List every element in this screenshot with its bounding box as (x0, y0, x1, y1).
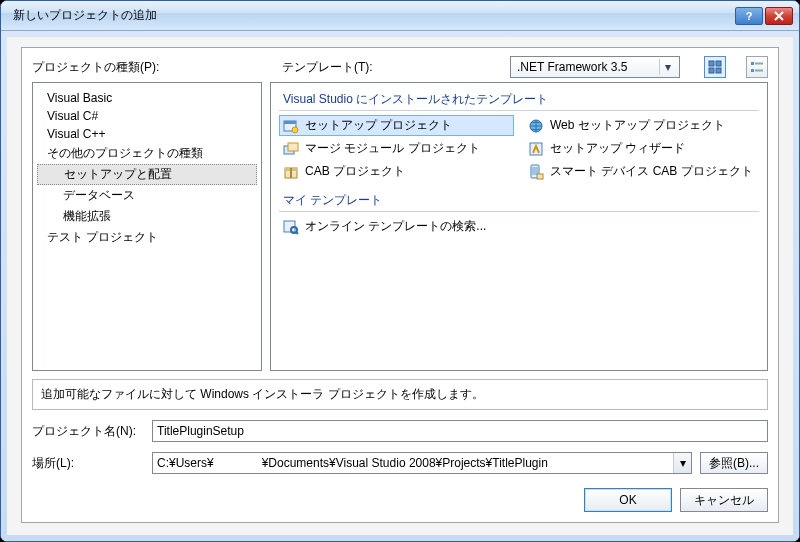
large-icons-icon (708, 60, 722, 74)
svg-rect-1 (716, 61, 721, 66)
location-row: 場所(L): ▾ 参照(B)... (32, 452, 768, 474)
svg-rect-6 (751, 69, 754, 72)
setup-icon (283, 118, 299, 134)
small-icons-icon (750, 60, 764, 74)
view-small-icons-button[interactable] (746, 56, 768, 78)
template-label: オンライン テンプレートの検索... (305, 218, 486, 235)
template-label: マージ モジュール プロジェクト (305, 140, 480, 157)
templates-list[interactable]: Visual Studio にインストールされたテンプレート セットアップ プロ… (270, 82, 768, 371)
location-combo[interactable]: ▾ (152, 452, 692, 474)
template-label: Web セットアップ プロジェクト (550, 117, 725, 134)
svg-rect-2 (709, 68, 714, 73)
template-label: スマート デバイス CAB プロジェクト (550, 163, 753, 180)
merge-icon (283, 141, 299, 157)
tree-item[interactable]: Visual C# (37, 107, 257, 125)
tree-item[interactable]: Visual Basic (37, 89, 257, 107)
chevron-down-icon: ▾ (659, 59, 675, 75)
template-group-header: Visual Studio にインストールされたテンプレート (279, 87, 759, 111)
svg-rect-3 (716, 68, 721, 73)
project-name-label: プロジェクト名(N): (32, 423, 152, 440)
dialog-inner: プロジェクトの種類(P): テンプレート(T): .NET Framework … (21, 47, 779, 523)
template-smart-cab[interactable]: スマート デバイス CAB プロジェクト (524, 161, 759, 182)
device-cab-icon (528, 164, 544, 180)
project-name-row: プロジェクト名(N): (32, 420, 768, 442)
template-setup-wizard[interactable]: セットアップ ウィザード (524, 138, 759, 159)
chevron-down-icon[interactable]: ▾ (673, 453, 691, 473)
project-name-input[interactable] (152, 420, 768, 442)
globe-icon (528, 118, 544, 134)
framework-dropdown[interactable]: .NET Framework 3.5 ▾ (510, 56, 680, 78)
templates-label: テンプレート(T): (282, 59, 373, 76)
svg-rect-4 (751, 62, 754, 65)
svg-rect-17 (290, 168, 292, 178)
svg-rect-20 (537, 174, 543, 179)
dialog-client: プロジェクトの種類(P): テンプレート(T): .NET Framework … (1, 31, 799, 541)
titlebar[interactable]: 新しいプロジェクトの追加 ? (1, 1, 799, 31)
template-label: CAB プロジェクト (305, 163, 405, 180)
browse-button[interactable]: 参照(B)... (700, 452, 768, 474)
template-label: セットアップ ウィザード (550, 140, 685, 157)
cab-icon (283, 164, 299, 180)
template-cab[interactable]: CAB プロジェクト (279, 161, 514, 182)
template-label: セットアップ プロジェクト (305, 117, 452, 134)
template-setup-project[interactable]: セットアップ プロジェクト (279, 115, 514, 136)
close-button[interactable] (765, 7, 793, 25)
panes: Visual Basic Visual C# Visual C++ その他のプロ… (32, 82, 768, 371)
svg-rect-5 (755, 63, 763, 65)
cancel-button[interactable]: キャンセル (680, 488, 768, 512)
svg-rect-0 (709, 61, 714, 66)
framework-selected: .NET Framework 3.5 (517, 60, 655, 74)
template-web-setup[interactable]: Web セットアップ プロジェクト (524, 115, 759, 136)
template-group-header: マイ テンプレート (279, 188, 759, 212)
tree-item[interactable]: テスト プロジェクト (37, 227, 257, 248)
tree-item-setup-deploy[interactable]: セットアップと配置 (37, 164, 257, 185)
location-label: 場所(L): (32, 455, 152, 472)
tree-item[interactable]: 機能拡張 (37, 206, 257, 227)
project-types-tree[interactable]: Visual Basic Visual C# Visual C++ その他のプロ… (32, 82, 262, 371)
description-text: 追加可能なファイルに対して Windows インストーラ プロジェクトを作成しま… (32, 379, 768, 410)
tree-item[interactable]: データベース (37, 185, 257, 206)
help-button[interactable]: ? (735, 7, 763, 25)
close-icon (774, 11, 784, 21)
ok-button[interactable]: OK (584, 488, 672, 512)
dialog-window: 新しいプロジェクトの追加 ? プロジェクトの種類(P): テンプレート(T): … (0, 0, 800, 542)
tree-item[interactable]: その他のプロジェクトの種類 (37, 143, 257, 164)
view-large-icons-button[interactable] (704, 56, 726, 78)
svg-rect-13 (288, 143, 298, 151)
tree-item[interactable]: Visual C++ (37, 125, 257, 143)
svg-rect-7 (755, 70, 763, 72)
svg-rect-9 (284, 121, 296, 124)
project-types-label: プロジェクトの種類(P): (32, 59, 262, 76)
wizard-icon (528, 141, 544, 157)
location-input[interactable] (153, 453, 673, 473)
dialog-title: 新しいプロジェクトの追加 (13, 7, 733, 24)
svg-point-10 (292, 127, 298, 133)
dialog-buttons: OK キャンセル (32, 488, 768, 512)
template-search-online[interactable]: オンライン テンプレートの検索... (279, 216, 514, 237)
search-icon (283, 219, 299, 235)
template-merge-module[interactable]: マージ モジュール プロジェクト (279, 138, 514, 159)
top-row: プロジェクトの種類(P): テンプレート(T): .NET Framework … (32, 56, 768, 78)
